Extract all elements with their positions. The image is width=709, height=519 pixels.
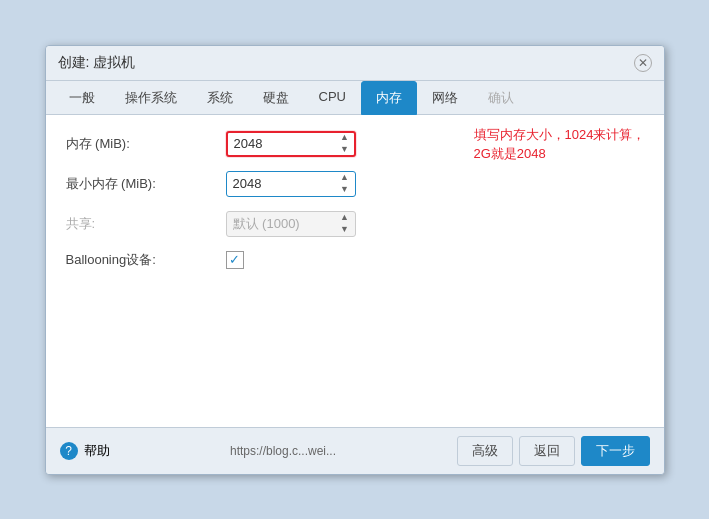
dialog-footer: ? 帮助 https://blog.c...wei... 高级 返回 下一步 [46, 427, 664, 474]
share-input-wrap: ▲ ▼ [226, 211, 356, 237]
help-icon[interactable]: ? [60, 442, 78, 460]
tab-bar: 一般 操作系统 系统 硬盘 CPU 内存 网络 确认 [46, 81, 664, 115]
min-memory-label: 最小内存 (MiB): [66, 175, 226, 193]
create-vm-dialog: 创建: 虚拟机 ✕ 一般 操作系统 系统 硬盘 CPU 内存 网络 确认 内存 … [45, 45, 665, 475]
min-memory-spinner: ▲ ▼ [336, 172, 354, 196]
memory-input-wrap: ▲ ▼ [226, 131, 356, 157]
memory-spin-up[interactable]: ▲ [336, 132, 354, 144]
share-spin-down: ▼ [336, 224, 354, 236]
min-memory-input-wrap: ▲ ▼ [226, 171, 356, 197]
memory-label: 内存 (MiB): [66, 135, 226, 153]
back-button[interactable]: 返回 [519, 436, 575, 466]
next-button[interactable]: 下一步 [581, 436, 650, 466]
dialog-body: 内存 (MiB): ▲ ▼ 最小内存 (MiB): ▲ ▼ 共享: [46, 115, 664, 427]
footer-right: 高级 返回 下一步 [457, 436, 650, 466]
share-row: 共享: ▲ ▼ [66, 211, 644, 237]
share-label: 共享: [66, 215, 226, 233]
tab-os[interactable]: 操作系统 [110, 81, 192, 115]
tab-memory[interactable]: 内存 [361, 81, 417, 115]
tab-disk[interactable]: 硬盘 [248, 81, 304, 115]
ballooning-check-icon: ✓ [229, 252, 240, 267]
share-spin-up: ▲ [336, 212, 354, 224]
close-button[interactable]: ✕ [634, 54, 652, 72]
tab-system[interactable]: 系统 [192, 81, 248, 115]
ballooning-checkbox[interactable]: ✓ [226, 251, 244, 269]
min-memory-spin-down[interactable]: ▼ [336, 184, 354, 196]
dialog-header: 创建: 虚拟机 ✕ [46, 46, 664, 81]
footer-left: ? 帮助 [60, 442, 110, 460]
min-memory-spin-up[interactable]: ▲ [336, 172, 354, 184]
annotation-text: 填写内存大小，1024来计算，2G就是2048 [474, 125, 654, 164]
tab-cpu[interactable]: CPU [304, 81, 361, 115]
tab-general[interactable]: 一般 [54, 81, 110, 115]
footer-url: https://blog.c...wei... [230, 444, 336, 458]
tab-confirm: 确认 [473, 81, 529, 115]
tab-network[interactable]: 网络 [417, 81, 473, 115]
help-label: 帮助 [84, 442, 110, 460]
ballooning-row: Ballooning设备: ✓ [66, 251, 644, 269]
ballooning-label: Ballooning设备: [66, 251, 226, 269]
memory-spinner: ▲ ▼ [336, 132, 354, 156]
memory-spin-down[interactable]: ▼ [336, 144, 354, 156]
share-spinner: ▲ ▼ [336, 212, 354, 236]
advanced-button[interactable]: 高级 [457, 436, 513, 466]
dialog-title: 创建: 虚拟机 [58, 54, 136, 72]
min-memory-row: 最小内存 (MiB): ▲ ▼ [66, 171, 644, 197]
